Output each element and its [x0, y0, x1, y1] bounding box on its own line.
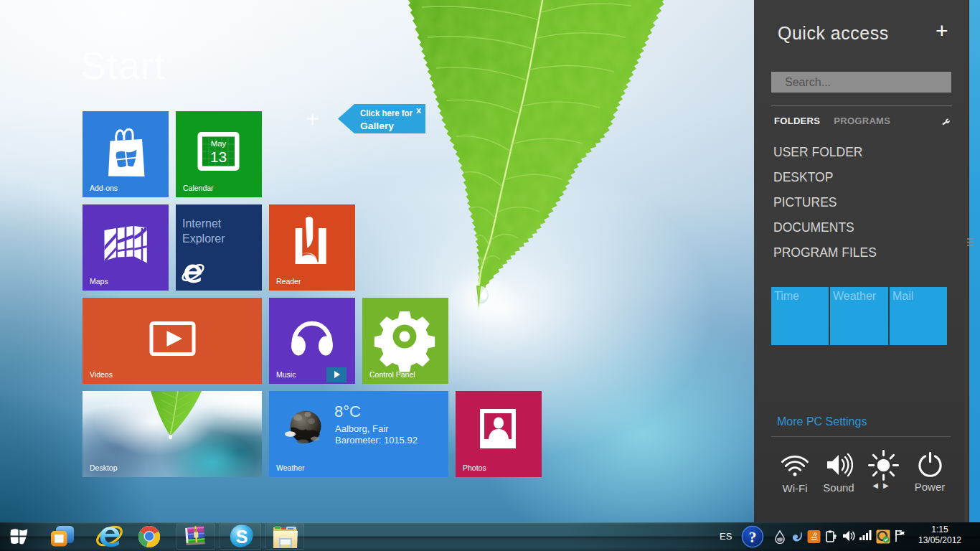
- svg-text:?: ?: [749, 528, 757, 546]
- svg-text:8°C: 8°C: [334, 402, 361, 420]
- svg-text:Gallery: Gallery: [360, 121, 395, 131]
- svg-text:Click here for: Click here for: [360, 108, 413, 118]
- svg-text:S: S: [236, 527, 248, 547]
- svg-text:May: May: [211, 139, 227, 148]
- svg-text:x: x: [416, 105, 422, 116]
- svg-text:13: 13: [210, 149, 227, 165]
- svg-text:Barometer: 1015.92: Barometer: 1015.92: [335, 435, 418, 446]
- svg-text:Aalborg, Fair: Aalborg, Fair: [335, 423, 389, 434]
